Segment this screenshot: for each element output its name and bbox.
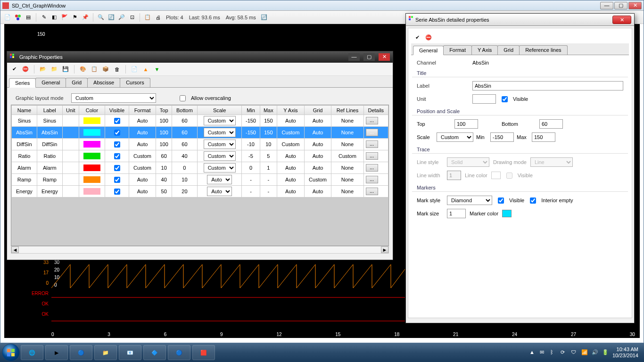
series-row-alarm[interactable]: AlarmAlarmCustom100Custom01AutoAutoNone.…: [12, 162, 388, 174]
task-media[interactable]: ▶: [45, 345, 68, 360]
zoom-out-icon[interactable]: 🔎: [117, 13, 126, 22]
minimize-button[interactable]: —: [600, 2, 613, 9]
box-icon[interactable]: 📦: [101, 65, 110, 74]
task-app2[interactable]: 🟥: [192, 345, 215, 360]
col-min[interactable]: Min: [242, 106, 260, 115]
title-visible-checkbox[interactable]: [502, 96, 508, 102]
eraser-icon[interactable]: ◧: [50, 13, 58, 22]
gp-tab-series[interactable]: Series: [9, 78, 36, 88]
gp-titlebar[interactable]: Graphic Properties — ▢ ✕: [7, 51, 393, 63]
maximize-button[interactable]: ▢: [614, 2, 627, 9]
tray-vol-icon[interactable]: 🔊: [592, 349, 598, 356]
scale-select[interactable]: Custom: [437, 132, 473, 142]
mark-visible-checkbox[interactable]: [498, 197, 504, 204]
overscale-checkbox[interactable]: [180, 95, 186, 101]
doc-icon[interactable]: 📄: [130, 65, 139, 74]
series-row-sinus[interactable]: SinusSinusAuto10060Custom-150150AutoAuto…: [12, 115, 388, 127]
tray-sync-icon[interactable]: ⟳: [561, 349, 567, 356]
markstyle-select[interactable]: Diamond: [447, 196, 492, 205]
refresh-icon[interactable]: 🔃: [260, 13, 268, 22]
col-max[interactable]: Max: [260, 106, 277, 115]
task-chrome2[interactable]: 🔵: [168, 345, 190, 360]
tray-mail-icon[interactable]: ✉: [540, 349, 546, 356]
max-input[interactable]: [532, 132, 555, 142]
col-bottom[interactable]: Bottom: [172, 106, 197, 115]
dp-close[interactable]: ✕: [612, 16, 631, 24]
tray-shield-icon[interactable]: 🛡: [571, 349, 578, 356]
layout-mode-select[interactable]: Custom: [71, 93, 156, 103]
newdoc-icon[interactable]: 📄: [3, 13, 12, 22]
col-top[interactable]: Top: [156, 106, 172, 115]
top-input[interactable]: [454, 119, 478, 129]
dp-cancel-icon[interactable]: ⛔: [424, 33, 433, 41]
zoom-in-icon[interactable]: 🔍: [97, 13, 105, 22]
save-icon[interactable]: 💾: [61, 65, 70, 74]
gp-tab-general[interactable]: General: [35, 78, 66, 87]
unit-input[interactable]: [472, 94, 496, 104]
up-icon[interactable]: ▲: [141, 65, 150, 74]
flag-orange-icon[interactable]: ⚑: [71, 13, 79, 22]
open-icon[interactable]: 📂: [39, 65, 47, 74]
dp-tab-grid[interactable]: Grid: [497, 45, 520, 55]
dp-tab-reference-lines[interactable]: Reference lines: [519, 45, 567, 55]
cancel-icon[interactable]: ⛔: [21, 65, 30, 74]
dp-titlebar[interactable]: Serie AbsSin detailed properties ✕: [406, 14, 634, 26]
tray-bat-icon[interactable]: 🔋: [602, 349, 609, 356]
col-visible[interactable]: Visible: [105, 106, 129, 115]
system-tray[interactable]: ▲ ✉ ᛒ ⟳ 🛡 📶 🔊 🔋 10:43 AM 10/23/2014: [529, 346, 642, 359]
task-ie[interactable]: 🌐: [21, 345, 43, 360]
col-label[interactable]: Label: [37, 106, 62, 115]
series-row-ramp[interactable]: RampRampAuto4010Auto--AutoCustomNone...: [12, 174, 388, 186]
scroll-right[interactable]: ►: [381, 247, 388, 253]
tray-up-icon[interactable]: ▲: [529, 349, 536, 356]
list-icon[interactable]: 📋: [90, 65, 99, 74]
col-grid[interactable]: Grid: [304, 106, 331, 115]
accept-icon[interactable]: ✔: [10, 65, 18, 74]
marksize-input[interactable]: [447, 209, 466, 218]
trash-icon[interactable]: 🗑: [113, 65, 121, 74]
markcolor-swatch[interactable]: [502, 210, 512, 217]
gp-tab-grid[interactable]: Grid: [66, 78, 88, 87]
down-icon[interactable]: ▼: [153, 65, 161, 74]
folder-icon[interactable]: 📁: [50, 65, 58, 74]
scroll-left[interactable]: ◄: [11, 247, 19, 253]
bottom-input[interactable]: [539, 119, 563, 129]
pencil-icon[interactable]: ✎: [40, 13, 48, 22]
detailed-properties-dialog[interactable]: Serie AbsSin detailed properties ✕ ✔ ⛔ G…: [405, 13, 635, 323]
palette2-icon[interactable]: 🎨: [79, 65, 87, 74]
dp-tab-format[interactable]: Format: [443, 45, 472, 55]
gp-minimize[interactable]: —: [348, 53, 360, 61]
flag-red-icon[interactable]: 🚩: [60, 13, 69, 22]
series-row-diffsin[interactable]: DiffSinDiffSinAuto10060Custom-1010Custom…: [12, 139, 388, 150]
series-row-ratio[interactable]: RatioRatioCustom6040Custom-55AutoAutoCus…: [12, 150, 388, 162]
dp-tab-general[interactable]: General: [413, 46, 444, 55]
dp-accept-icon[interactable]: ✔: [413, 33, 421, 41]
zoom-reset-icon[interactable]: 🔄: [107, 13, 116, 22]
gp-close[interactable]: ✕: [379, 53, 390, 61]
zoom-fit-icon[interactable]: ⊡: [128, 13, 136, 22]
gp-tab-cursors[interactable]: Cursors: [120, 78, 150, 87]
task-explorer[interactable]: 📁: [94, 345, 117, 360]
min-input[interactable]: [490, 132, 514, 142]
col-name[interactable]: Name: [12, 106, 37, 115]
label-input[interactable]: [472, 81, 623, 90]
main-titlebar[interactable]: SD_Ctrl_GraphWindow — ▢ ✕: [0, 0, 644, 11]
series-row-abssin[interactable]: AbsSinAbsSinAuto10060Custom-150150Custom…: [12, 127, 388, 139]
tray-bt-icon[interactable]: ᛒ: [550, 349, 557, 356]
task-app1[interactable]: 🔷: [143, 345, 166, 360]
task-outlook[interactable]: 📧: [119, 345, 141, 360]
gp-maximize[interactable]: ▢: [363, 53, 375, 61]
graphic-properties-dialog[interactable]: Graphic Properties — ▢ ✕ ✔ ⛔ 📂 📁 💾 🎨 📋 📦…: [7, 51, 393, 260]
taskbar[interactable]: 🌐 ▶ 🔵 📁 📧 🔷 🔵 🟥 ▲ ✉ ᛒ ⟳ 🛡 📶 🔊 🔋 10:43 AM…: [0, 343, 644, 362]
palette-icon[interactable]: [14, 13, 22, 22]
pin-icon[interactable]: 📌: [81, 13, 90, 22]
col-y-axis[interactable]: Y Axis: [277, 106, 305, 115]
col-color[interactable]: Color: [79, 106, 105, 115]
interior-checkbox[interactable]: [530, 197, 536, 204]
col-details[interactable]: Details: [363, 106, 388, 115]
clock[interactable]: 10:43 AM 10/23/2014: [612, 346, 638, 359]
gp-h-scrollbar[interactable]: ◄ ►: [11, 246, 389, 254]
col-scale[interactable]: Scale: [197, 106, 242, 115]
legend-icon[interactable]: ▤: [24, 13, 33, 22]
print-icon[interactable]: 🖨: [154, 13, 162, 22]
